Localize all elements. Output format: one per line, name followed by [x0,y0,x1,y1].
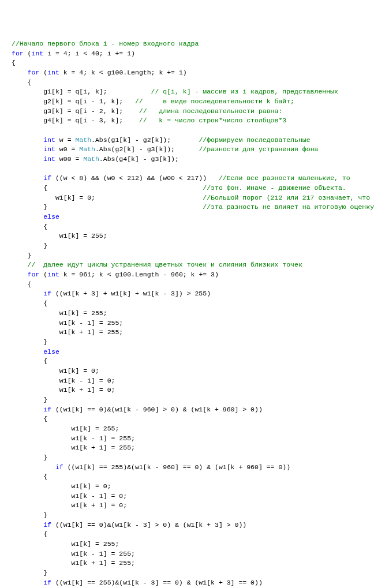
code-text: g2[k] = q[i - 1, k]; [43,98,123,105]
brace: { [43,473,47,480]
code-text: k = 961; k < g100.Length - 960; k += 3) [59,271,219,278]
brace: { [28,78,32,86]
brace: } [43,338,47,346]
keyword-int: int [47,271,59,278]
code-text: w1[k] = 255; [59,232,107,239]
brace: } [43,511,47,519]
code-text: ((w1[k] == 0)&(w1[k - 960] > 0) & (w1[k … [51,406,263,413]
code-text: w1[k] = 0; [55,194,95,201]
comment: //разности для устранения фона [199,145,318,153]
code-text: ((w1[k] == 0)&(w1[k - 3] > 0) & (w1[k + … [51,521,246,529]
keyword-else: else [43,348,59,355]
comment: // q[i, k] - массив из i кадров, предста… [151,88,338,95]
code-text: w1[k + 1] = 255; [72,559,135,567]
code-text: w1[k - 1] = 255; [72,435,135,442]
brace: { [43,415,47,422]
comment: //Большой порог (212 или 217 означает, ч… [203,194,370,201]
code-text: ((w1[k] == 255)&(w1[k - 960] == 0) & (w1… [63,463,290,471]
keyword-if: if [43,521,51,529]
comment: // в виде последовательности k байт; [135,98,294,105]
brace: { [43,223,47,230]
code-text: ((w1[k + 3] + w1[k] + w1[k - 3]) > 255) [51,290,211,297]
code-text: .Abs(g2[k] - g3[k]); [95,145,175,153]
code-text: w1[k] = 255; [72,425,119,432]
code-text: .Abs(g4[k] - g3[k]); [99,155,179,163]
brace: } [43,454,47,461]
code-text: w1[k] = 255; [72,540,119,548]
brace: { [28,280,32,288]
type-math: Math [83,155,99,163]
code-text: w00 = [55,155,83,163]
code-text: w1[k - 1] = 0; [72,492,128,500]
code-text: w1[k + 1] = 0; [72,501,128,509]
keyword-int: int [47,69,59,76]
code-text: w1[k + 1] = 0; [59,386,115,394]
code-text: w1[k - 1] = 0; [59,377,115,384]
keyword-int: int [43,136,55,144]
keyword-if: if [43,290,51,297]
code-text: w1[k + 1] = 255; [59,328,123,336]
code-text: .Abs(g1[k] - g2[k]); [91,136,171,144]
comment: // длина последовательности равна: [139,107,282,115]
code-text: g4[k] = q[i - 3, k]; [43,117,123,124]
brace: } [43,203,47,211]
keyword-int: int [43,145,55,153]
brace: } [43,396,47,403]
code-block: //Начало первого блока i - номер входног… [12,39,362,588]
code-text: ((w < 8) && (w0 < 212) && (w00 < 217)) [51,174,207,182]
code-text: w1[k - 1] = 255; [72,550,135,557]
brace: } [28,252,32,259]
keyword-else: else [43,213,59,220]
keyword-for: for [12,50,24,57]
code-text: w1[k] = 0; [59,367,99,374]
code-text: k = 4; k < g100.Length; k += 1) [59,69,187,76]
code-text: w1[k - 1] = 255; [59,319,123,327]
keyword-if: if [43,174,51,182]
keyword-int: int [43,155,55,163]
code-text: w = [55,136,76,144]
type-math: Math [75,136,91,144]
comment: // k = число строк*число столбцов*3 [139,117,286,124]
comment: //это фон. Иначе - движение объекта. [203,184,346,192]
code-text: ( [24,50,32,57]
comment: // далее идут циклы устранения цветных т… [28,261,302,268]
code-text: g1[k] = q[i, k]; [43,88,107,95]
brace: } [43,569,47,576]
code-text: i = 4; i < 40; i += 1) [43,50,135,57]
comment: //Если все разности маленькие, то [219,174,350,182]
keyword-for: for [28,69,40,76]
keyword-if: if [43,406,51,413]
comment: //эта разность не влияет на итоговую оце… [203,203,374,211]
brace: { [43,357,47,365]
brace: { [43,530,47,538]
comment: //Начало первого блока i - номер входног… [12,40,199,47]
brace: { [12,59,16,66]
keyword-for: for [28,271,40,278]
comment: //формируем последовательные [199,136,310,144]
type-math: Math [79,145,95,153]
keyword-int: int [32,50,44,57]
brace: } [43,242,47,249]
brace: { [43,184,47,192]
code-text: g3[k] = q[i - 2, k]; [43,107,123,115]
keyword-if: if [43,579,51,586]
brace: { [43,299,47,307]
code-text: w1[k + 1] = 255; [72,444,135,451]
keyword-if: if [55,463,63,471]
code-text: w0 = [55,145,79,153]
code-text: w1[k] = 0; [72,482,111,490]
code-text: ((w1[k] == 255)&(w1[k - 3] == 0) & (w1[k… [51,579,263,586]
code-text: w1[k] = 255; [59,309,107,317]
